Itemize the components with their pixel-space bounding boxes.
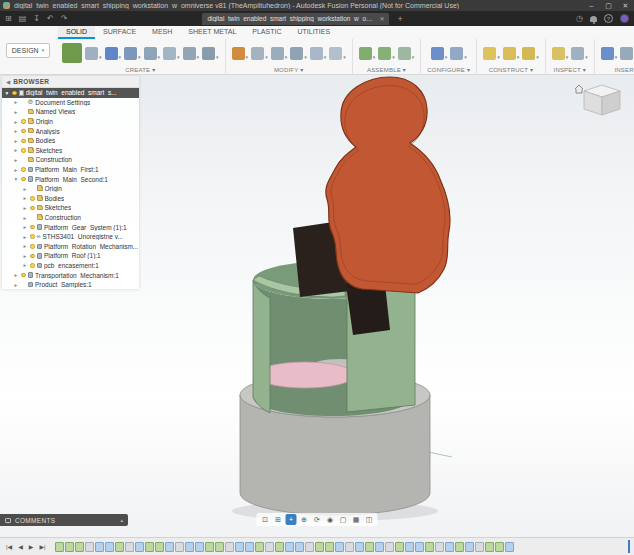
construction-axis-icon[interactable]: ▾ [503, 47, 520, 60]
timeline-feature-marker[interactable] [465, 542, 474, 552]
chevron-collapsed-icon[interactable]: ▸ [22, 253, 28, 259]
hole-icon[interactable]: ▾ [183, 47, 200, 60]
timeline-component-marker[interactable] [395, 542, 404, 552]
ribbon-group-label-create[interactable]: CREATE ▾ [125, 65, 155, 73]
configuration-table-icon[interactable]: ▾ [450, 47, 467, 60]
visibility-bulb-icon[interactable] [21, 148, 26, 153]
help-icon[interactable]: ? [604, 14, 613, 23]
chevron-collapsed-icon[interactable]: ▸ [13, 167, 19, 173]
file-menu-icon[interactable]: ▤ [19, 15, 27, 23]
timeline-sketch-marker[interactable] [125, 542, 134, 552]
chevron-collapsed-icon[interactable]: ▸ [13, 109, 19, 115]
model-housing-left-wall[interactable] [253, 280, 270, 413]
timeline-sketch-marker[interactable] [345, 542, 354, 552]
joint-icon[interactable]: ▾ [378, 47, 395, 60]
timeline-feature-marker[interactable] [505, 542, 514, 552]
loft-icon[interactable]: ▾ [163, 47, 180, 60]
visibility-bulb-icon[interactable] [30, 225, 35, 230]
chevron-collapsed-icon[interactable]: ▸ [13, 272, 19, 278]
visibility-bulb-icon[interactable] [21, 139, 26, 144]
ribbon-group-label-inspect[interactable]: INSPECT ▾ [554, 65, 586, 73]
timeline-sketch-marker[interactable] [435, 542, 444, 552]
chevron-expanded-icon[interactable]: ▾ [13, 176, 19, 182]
timeline-feature-marker[interactable] [335, 542, 344, 552]
zoom-icon[interactable]: ⊕ [299, 514, 310, 525]
browser-item-platform-main-first-1[interactable]: ▸Platform_Main_First:1 [2, 165, 139, 175]
timeline-feature-marker[interactable] [445, 542, 454, 552]
timeline-component-marker[interactable] [495, 542, 504, 552]
browser-item-bodies[interactable]: ▸Bodies [2, 194, 139, 204]
model-canvas[interactable] [212, 75, 460, 537]
timeline-component-marker[interactable] [155, 542, 164, 552]
data-panel-toggle-icon[interactable]: ⊞ [5, 15, 12, 23]
visibility-bulb-icon[interactable] [12, 91, 17, 96]
timeline-component-marker[interactable] [65, 542, 74, 552]
visibility-bulb-icon[interactable] [30, 244, 35, 249]
timeline-component-marker[interactable] [455, 542, 464, 552]
browser-item-product-samples-1[interactable]: ▸Product_Samples:1 [2, 280, 139, 290]
browser-item-platform-roof-1-1[interactable]: ▸Platform_Roof (1):1 [2, 251, 139, 261]
visibility-bulb-icon[interactable] [30, 206, 35, 211]
section-analysis-icon[interactable]: ▾ [571, 47, 588, 60]
visibility-bulb-icon[interactable] [21, 177, 26, 182]
timeline-feature-marker[interactable] [195, 542, 204, 552]
timeline-component-marker[interactable] [55, 542, 64, 552]
configure-icon[interactable]: ▾ [431, 47, 448, 60]
fit-view-icon[interactable]: ⊡ [260, 514, 271, 525]
timeline-feature-marker[interactable] [245, 542, 254, 552]
timeline-feature-marker[interactable] [185, 542, 194, 552]
browser-item-platform-main-second-1[interactable]: ▾Platform_Main_Second:1 [2, 174, 139, 184]
display-settings-icon[interactable]: ▢ [338, 514, 349, 525]
browser-item-sths3401-unoregistne-v[interactable]: ▸∞STHS3401_Unoregistne v... [2, 232, 139, 242]
chevron-collapsed-icon[interactable]: ▸ [22, 215, 28, 221]
canvas-icon[interactable]: ▾ [620, 47, 634, 60]
visibility-bulb-icon[interactable] [21, 273, 26, 278]
browser-item-transportation-mechanism-1[interactable]: ▸Transportation_Mechanism:1 [2, 270, 139, 280]
timeline-component-marker[interactable] [215, 542, 224, 552]
ribbon-group-label-configure[interactable]: CONFIGURE ▾ [427, 65, 470, 73]
browser-header[interactable]: ◀ BROWSER [2, 76, 139, 88]
chevron-collapsed-icon[interactable]: ▸ [13, 157, 19, 163]
3d-viewport[interactable]: ◀ BROWSER ▾digital_twin_enabled_smart_s.… [0, 75, 634, 537]
timeline-feature-marker[interactable] [375, 542, 384, 552]
timeline-feature-marker[interactable] [415, 542, 424, 552]
shell-icon[interactable]: ▾ [271, 47, 288, 60]
browser-item-platform-gear-system-1-1[interactable]: ▸Platform_Gear_System (1):1 [2, 222, 139, 232]
ribbon-group-label-insert[interactable]: INSERT ▾ [614, 65, 634, 73]
chevron-collapsed-icon[interactable]: ▸ [13, 147, 19, 153]
new-component-icon[interactable]: ▾ [359, 47, 376, 60]
save-icon[interactable]: ↧ [33, 15, 40, 23]
timeline-feature-marker[interactable] [135, 542, 144, 552]
ribbon-tab-plastic[interactable]: PLASTIC [244, 26, 289, 39]
step-back-button[interactable]: ◀ [16, 543, 25, 550]
undo-icon[interactable]: ↶ [47, 15, 54, 23]
chevron-collapsed-icon[interactable]: ▸ [13, 99, 19, 105]
visibility-bulb-icon[interactable] [21, 119, 26, 124]
minimize-button[interactable]: – [583, 0, 600, 11]
step-forward-button[interactable]: ▶| [37, 543, 47, 550]
ribbon-group-label-modify[interactable]: MODIFY ▾ [274, 65, 304, 73]
document-tab[interactable]: digital_twin_enabled_smart_shipping_work… [202, 13, 389, 25]
browser-item-sketches[interactable]: ▸Sketches [2, 203, 139, 213]
offset-plane-icon[interactable]: ▾ [483, 47, 500, 60]
model-part-orange[interactable] [326, 77, 450, 293]
timeline-feature-marker[interactable] [405, 542, 414, 552]
timeline-sketch-marker[interactable] [475, 542, 484, 552]
comments-bar[interactable]: COMMENTS ▴ [0, 514, 128, 526]
chevron-collapsed-icon[interactable]: ▸ [13, 128, 19, 134]
timeline-component-marker[interactable] [425, 542, 434, 552]
home-view-icon[interactable] [575, 85, 583, 93]
chevron-collapsed-icon[interactable]: ▸ [22, 205, 28, 211]
visibility-bulb-icon[interactable] [30, 196, 35, 201]
browser-item-platform-rotation-mechanism[interactable]: ▸Platform_Rotation_Mechanism... [2, 242, 139, 252]
offset-face-icon[interactable]: ▾ [310, 47, 327, 60]
press-pull-icon[interactable]: ▾ [232, 47, 249, 60]
timeline-sketch-marker[interactable] [385, 542, 394, 552]
timeline-sketch-marker[interactable] [225, 542, 234, 552]
timeline-feature-marker[interactable] [295, 542, 304, 552]
delete-icon[interactable]: ▾ [329, 47, 346, 60]
extrude-icon[interactable]: ▾ [105, 47, 122, 60]
ribbon-tab-mesh[interactable]: MESH [144, 26, 180, 39]
timeline-component-marker[interactable] [255, 542, 264, 552]
pan-icon[interactable]: + [286, 514, 297, 525]
